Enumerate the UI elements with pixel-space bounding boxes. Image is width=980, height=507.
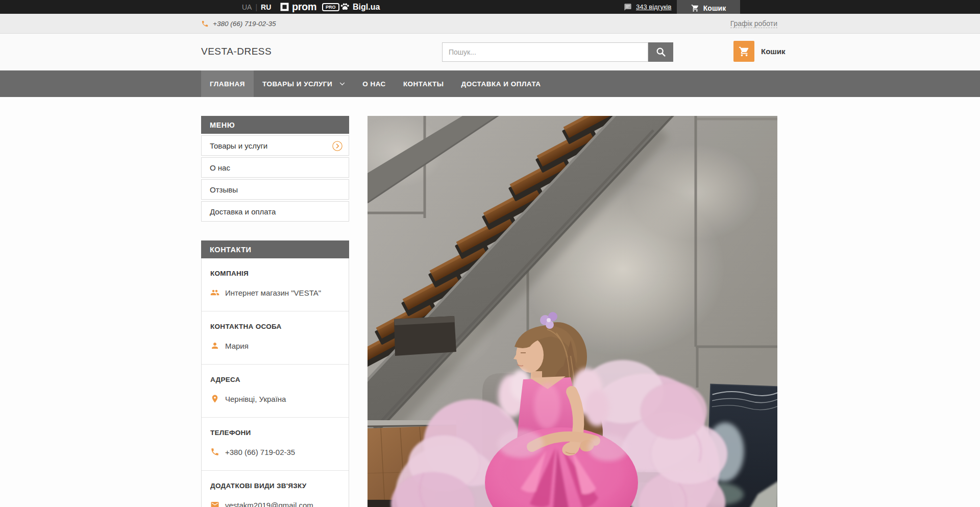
contact-section-email: ДОДАТКОВІ ВИДИ ЗВ'ЯЗКУ vestakm2019@gmail… bbox=[202, 471, 349, 507]
sidebar-item-delivery[interactable]: Доставка и оплата bbox=[201, 201, 349, 222]
contact-heading: ДОДАТКОВІ ВИДИ ЗВ'ЯЗКУ bbox=[210, 482, 340, 490]
lang-ua[interactable]: UA bbox=[242, 3, 252, 11]
lang-ru[interactable]: RU bbox=[261, 3, 271, 11]
info-bar: +380 (66) 719-02-35 Графік роботи bbox=[0, 14, 980, 34]
nav-label: ТОВАРЫ И УСЛУГИ bbox=[262, 80, 332, 88]
language-switcher: UA | RU bbox=[242, 0, 271, 14]
bigl-logo-text: Bigl.ua bbox=[353, 3, 380, 12]
sidebar-item-about[interactable]: О нас bbox=[201, 157, 349, 178]
page: UA | RU prom PRO Bigl.ua 343 відгуків bbox=[0, 0, 980, 507]
nav-item-about[interactable]: О НАС bbox=[354, 70, 395, 97]
header-phone-number: +380 (66) 719-02-35 bbox=[213, 20, 276, 28]
submenu-arrow-icon bbox=[332, 140, 343, 153]
contact-heading: ТЕЛЕФОНИ bbox=[210, 429, 340, 437]
nav-item-products[interactable]: ТОВАРЫ И УСЛУГИ bbox=[254, 70, 354, 97]
reviews-link[interactable]: 343 відгуків bbox=[636, 3, 671, 11]
schedule-block: Графік роботи bbox=[730, 14, 777, 34]
bigl-logo[interactable]: Bigl.ua bbox=[340, 0, 380, 14]
prom-logo-text: prom bbox=[292, 1, 316, 13]
nav-label: ДОСТАВКА И ОПЛАТА bbox=[461, 80, 541, 88]
search-button[interactable] bbox=[648, 42, 673, 62]
cart-icon bbox=[691, 4, 699, 12]
search-icon bbox=[655, 46, 667, 58]
nav-item-contacts[interactable]: КОНТАКТЫ bbox=[395, 70, 453, 97]
contact-section-address: АДРЕСА Чернівці, Україна bbox=[202, 365, 349, 418]
header-cart[interactable]: Кошик bbox=[733, 41, 786, 62]
phone-icon bbox=[210, 447, 219, 456]
search-bar bbox=[442, 42, 673, 62]
prom-square-icon bbox=[280, 2, 289, 12]
nav-label: О НАС bbox=[362, 80, 386, 88]
contact-section-company: КОМПАНІЯ Интернет магазин "VESTA" bbox=[202, 258, 349, 311]
prom-logo[interactable]: prom PRO bbox=[280, 0, 339, 14]
chevron-down-icon bbox=[339, 82, 345, 86]
sidebar-item-label: Отзывы bbox=[210, 185, 238, 194]
main-nav: ГЛАВНАЯ ТОВАРЫ И УСЛУГИ О НАС КОНТАКТЫ Д… bbox=[0, 70, 980, 97]
nav-item-delivery[interactable]: ДОСТАВКА И ОПЛАТА bbox=[453, 70, 550, 97]
contact-section-phones: ТЕЛЕФОНИ +380 (66) 719-02-35 bbox=[202, 418, 349, 471]
cart-icon bbox=[739, 46, 750, 57]
contact-heading: КОНТАКТНА ОСОБА bbox=[210, 323, 340, 330]
pro-badge: PRO bbox=[322, 3, 339, 11]
speech-bubble-icon bbox=[624, 3, 632, 11]
menu-panel-header: МЕНЮ bbox=[201, 116, 349, 134]
top-marketplace-bar: UA | RU prom PRO Bigl.ua 343 відгуків bbox=[0, 0, 980, 14]
header-cart-button[interactable] bbox=[733, 41, 754, 62]
nav-item-home[interactable]: ГЛАВНАЯ bbox=[201, 70, 254, 97]
phone-icon bbox=[201, 20, 209, 28]
contact-section-person: КОНТАКТНА ОСОБА Мария bbox=[202, 311, 349, 365]
contact-value contact-phone[interactable]: +380 (66) 719-02-35 bbox=[225, 448, 295, 456]
sidebar: МЕНЮ Товары и услуги О нас Отзывы Достав… bbox=[201, 116, 349, 507]
sidebar-item-label: Товары и услуги bbox=[210, 141, 267, 150]
company-icon bbox=[210, 288, 219, 297]
site-logo[interactable]: VESTA-DRESS bbox=[201, 46, 272, 57]
contact-heading: КОМПАНІЯ bbox=[210, 270, 340, 277]
hero-photo bbox=[368, 116, 777, 507]
sidebar-item-products[interactable]: Товары и услуги bbox=[201, 135, 349, 156]
search-input[interactable] bbox=[442, 42, 648, 62]
topbar-cart-label: Кошик bbox=[703, 4, 726, 12]
contacts-panel: КОМПАНІЯ Интернет магазин "VESTA" КОНТАК… bbox=[201, 258, 349, 507]
sidebar-item-label: О нас bbox=[210, 163, 230, 172]
schedule-link[interactable]: Графік роботи bbox=[730, 19, 777, 28]
contact-value: Чернівці, Україна bbox=[225, 395, 286, 403]
contact-value: Мария bbox=[225, 342, 249, 350]
contact-value: Интернет магазин "VESTA" bbox=[225, 288, 321, 297]
paw-icon bbox=[340, 3, 350, 11]
sidebar-item-reviews[interactable]: Отзывы bbox=[201, 179, 349, 200]
contact-heading: АДРЕСА bbox=[210, 376, 340, 383]
reviews-block: 343 відгуків bbox=[624, 0, 671, 14]
sidebar-item-label: Доставка и оплата bbox=[210, 207, 276, 216]
lang-separator: | bbox=[255, 3, 257, 11]
nav-label: ГЛАВНАЯ bbox=[210, 80, 245, 88]
site-header: VESTA-DRESS Кошик bbox=[0, 34, 980, 70]
header-phone[interactable]: +380 (66) 719-02-35 bbox=[201, 14, 276, 34]
header-cart-label: Кошик bbox=[761, 47, 786, 56]
person-icon bbox=[210, 341, 219, 350]
nav-label: КОНТАКТЫ bbox=[403, 80, 444, 88]
contacts-panel-header: КОНТАКТИ bbox=[201, 240, 349, 258]
email-icon bbox=[210, 500, 219, 507]
location-icon bbox=[210, 394, 219, 403]
contact-value contact-email[interactable]: vestakm2019@gmail.com bbox=[225, 501, 313, 507]
